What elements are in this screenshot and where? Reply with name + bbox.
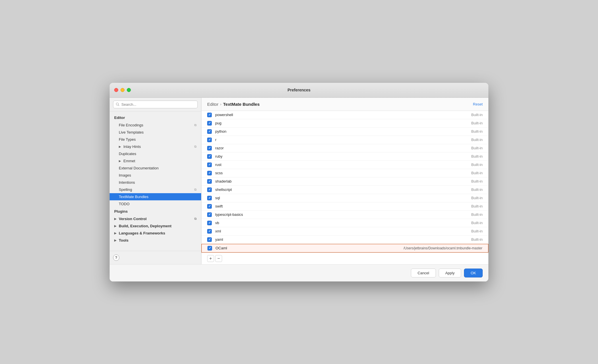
remove-button[interactable]: − xyxy=(215,255,222,262)
list-item[interactable]: ✓typescript-basicsBuilt-in xyxy=(201,211,488,219)
section-plugins: Plugins xyxy=(110,208,201,215)
bundle-source: Built-in xyxy=(471,154,483,158)
sidebar-item-file-types[interactable]: File Types xyxy=(110,136,201,143)
expand-arrow-icon: ▶ xyxy=(119,145,121,148)
checkbox[interactable]: ✓ xyxy=(207,204,212,209)
checkbox[interactable]: ✓ xyxy=(207,229,212,234)
bundle-source: Built-in xyxy=(471,187,483,192)
list-item[interactable]: ✓shellscriptBuilt-in xyxy=(201,186,488,194)
sidebar-item-intentions[interactable]: Intentions xyxy=(110,179,201,186)
list-item[interactable]: ✓rBuilt-in xyxy=(201,136,488,144)
sidebar-item-file-encodings[interactable]: File Encodings ⧉ xyxy=(110,122,201,129)
languages-frameworks-label: Languages & Frameworks xyxy=(119,231,165,235)
minimize-button[interactable] xyxy=(121,88,125,92)
checkbox[interactable]: ✓ xyxy=(207,237,212,242)
checkbox-check-icon: ✓ xyxy=(209,246,211,250)
checkbox[interactable]: ✓ xyxy=(207,246,212,251)
list-item[interactable]: ✓pythonBuilt-in xyxy=(201,128,488,136)
checkbox-check-icon: ✓ xyxy=(208,121,211,125)
bundle-source: Built-in xyxy=(471,196,483,200)
sidebar-item-spelling[interactable]: Spelling ⧉ xyxy=(110,186,201,193)
sidebar-item-languages-frameworks[interactable]: ▶ Languages & Frameworks xyxy=(110,230,201,237)
list-item[interactable]: ✓pugBuilt-in xyxy=(201,119,488,128)
build-execution-deployment-label: Build, Execution, Deployment xyxy=(119,224,171,228)
file-encodings-label: File Encodings xyxy=(119,123,143,127)
breadcrumb: Editor › TextMate Bundles xyxy=(207,102,260,107)
breadcrumb-separator: › xyxy=(220,102,221,106)
sidebar-item-build-execution-deployment[interactable]: ▶ Build, Execution, Deployment xyxy=(110,222,201,230)
checkbox[interactable]: ✓ xyxy=(207,171,212,175)
sidebar-item-images[interactable]: Images xyxy=(110,172,201,179)
sidebar-item-external-documentation[interactable]: External Documentation xyxy=(110,165,201,172)
list-item[interactable]: ✓vbBuilt-in xyxy=(201,219,488,227)
list-item[interactable]: ✓rustBuilt-in xyxy=(201,161,488,169)
reset-button[interactable]: Reset xyxy=(473,102,483,106)
checkbox-check-icon: ✓ xyxy=(208,171,211,175)
list-item[interactable]: ✓powershellBuilt-in xyxy=(201,111,488,119)
sidebar-item-emmet[interactable]: ▶ Emmet xyxy=(110,157,201,165)
list-item[interactable]: ✓OCaml/Users/jetbrains/Downloads/ocaml.t… xyxy=(201,244,488,253)
preferences-window: Preferences Editor File Encodings ⧉ Live… xyxy=(110,83,488,281)
apply-button[interactable]: Apply xyxy=(439,269,461,277)
sidebar-bottom: ? xyxy=(110,251,201,264)
bundle-source: Built-in xyxy=(471,204,483,208)
add-button[interactable]: + xyxy=(207,255,214,262)
checkbox[interactable]: ✓ xyxy=(207,146,212,150)
bundle-source: Built-in xyxy=(471,121,483,125)
list-item[interactable]: ✓sqlBuilt-in xyxy=(201,194,488,202)
bundle-name: ruby xyxy=(215,154,471,158)
bundle-name: razor xyxy=(215,146,471,150)
copy-icon: ⧉ xyxy=(194,217,197,221)
list-item[interactable]: ✓swiftBuilt-in xyxy=(201,202,488,211)
breadcrumb-current: TextMate Bundles xyxy=(223,102,260,107)
checkbox[interactable]: ✓ xyxy=(207,187,212,192)
search-input[interactable] xyxy=(113,101,198,108)
checkbox[interactable]: ✓ xyxy=(207,179,212,184)
main-header: Editor › TextMate Bundles Reset xyxy=(201,98,488,111)
sidebar-item-live-templates[interactable]: Live Templates xyxy=(110,129,201,136)
ok-button[interactable]: OK xyxy=(464,269,483,277)
sidebar-item-duplicates[interactable]: Duplicates xyxy=(110,150,201,157)
checkbox-check-icon: ✓ xyxy=(208,146,211,150)
checkbox[interactable]: ✓ xyxy=(207,121,212,126)
footer: Cancel Apply OK xyxy=(110,264,488,281)
sidebar-item-version-control[interactable]: ▶ Version Control ⧉ xyxy=(110,215,201,222)
help-button[interactable]: ? xyxy=(113,255,119,261)
emmet-label: Emmet xyxy=(123,159,135,163)
sidebar-item-textmate-bundles[interactable]: TextMate Bundles xyxy=(110,193,201,200)
list-item[interactable]: ✓shaderlabBuilt-in xyxy=(201,177,488,186)
sidebar-item-todo[interactable]: TODO xyxy=(110,200,201,208)
checkbox[interactable]: ✓ xyxy=(207,163,212,167)
bundle-source: /Users/jetbrains/Downloads/ocaml.tmbundl… xyxy=(403,246,482,250)
checkbox-check-icon: ✓ xyxy=(208,188,211,191)
checkbox[interactable]: ✓ xyxy=(207,138,212,142)
sidebar-item-inlay-hints[interactable]: ▶ Inlay Hints ⧉ xyxy=(110,143,201,150)
checkbox[interactable]: ✓ xyxy=(207,196,212,200)
bundle-name: shaderlab xyxy=(215,179,471,183)
bundle-name: xml xyxy=(215,229,471,233)
maximize-button[interactable] xyxy=(127,88,131,92)
copy-icon: ⧉ xyxy=(194,188,197,191)
close-button[interactable] xyxy=(114,88,118,92)
bundle-source: Built-in xyxy=(471,163,483,167)
window-title: Preferences xyxy=(288,88,310,92)
checkbox-check-icon: ✓ xyxy=(208,238,211,241)
bundle-name: python xyxy=(215,129,471,134)
list-item[interactable]: ✓scssBuilt-in xyxy=(201,169,488,177)
checkbox[interactable]: ✓ xyxy=(207,212,212,217)
bundle-name: swift xyxy=(215,204,471,208)
sidebar-item-tools[interactable]: ▶ Tools xyxy=(110,237,201,244)
bundle-name: typescript-basics xyxy=(215,212,471,217)
checkbox[interactable]: ✓ xyxy=(207,113,212,117)
list-item[interactable]: ✓rubyBuilt-in xyxy=(201,152,488,161)
cancel-button[interactable]: Cancel xyxy=(411,269,436,277)
list-item[interactable]: ✓xmlBuilt-in xyxy=(201,227,488,236)
checkbox[interactable]: ✓ xyxy=(207,221,212,225)
checkbox[interactable]: ✓ xyxy=(207,129,212,134)
checkbox-check-icon: ✓ xyxy=(208,213,211,216)
list-item[interactable]: ✓razorBuilt-in xyxy=(201,144,488,152)
live-templates-label: Live Templates xyxy=(119,130,143,134)
breadcrumb-parent: Editor xyxy=(207,102,218,107)
checkbox[interactable]: ✓ xyxy=(207,154,212,159)
list-item[interactable]: ✓yamlBuilt-in xyxy=(201,236,488,244)
